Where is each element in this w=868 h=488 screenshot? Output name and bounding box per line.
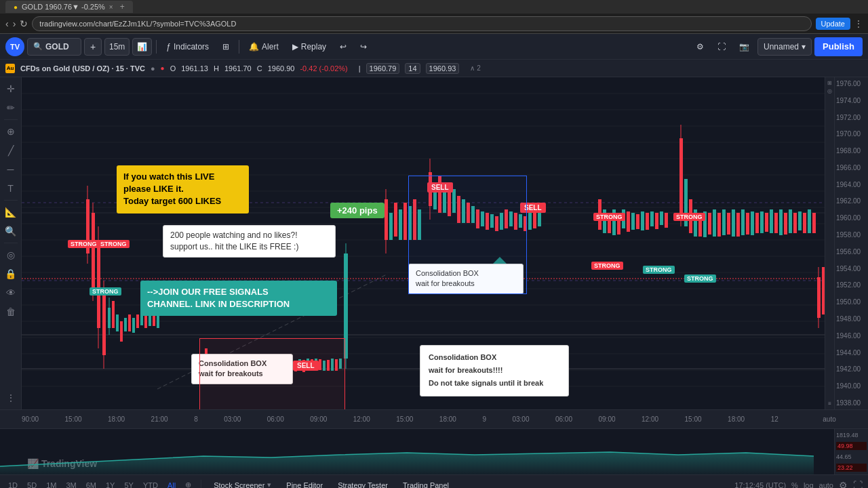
percent-btn[interactable]: % (791, 481, 798, 489)
tf-1y[interactable]: 1Y (103, 480, 117, 489)
strong-signal-9: STRONG (684, 274, 716, 283)
measure-tool[interactable]: 📐 (2, 203, 20, 221)
fullscreen-chart-btn[interactable]: ⛶ (853, 480, 863, 489)
sep (4, 119, 18, 120)
left-toolbar: ✛ ✏ ⊕ ╱ ─ T 📐 🔍 ◎ 🔒 👁 🗑 ⋮ (0, 77, 22, 409)
line-tool[interactable]: ╱ (2, 142, 20, 159)
navigator-svg (0, 429, 868, 474)
mini-btn-3[interactable]: ≡ (828, 401, 831, 407)
tf-1d[interactable]: 1D (5, 480, 20, 489)
svg-rect-37 (120, 321, 123, 342)
ohlc-close-val: 1960.90 (268, 64, 295, 73)
address-input[interactable] (32, 16, 811, 31)
expand-tool[interactable]: ⋮ (2, 389, 20, 407)
back-btn[interactable]: ‹ (5, 18, 9, 29)
svg-rect-86 (394, 203, 397, 237)
trading-panel-btn[interactable]: Trading Panel (397, 480, 454, 489)
ohlc-high-val: 1961.70 (224, 64, 252, 73)
update-btn[interactable]: Update (816, 18, 850, 30)
svg-rect-161 (812, 213, 816, 233)
strong-signal-5: STRONG (593, 213, 625, 221)
pencil-tool[interactable]: ✏ (2, 99, 20, 117)
strategy-tester-btn[interactable]: Strategy Tester (332, 480, 393, 489)
auto-btn[interactable]: auto (819, 481, 833, 489)
add-symbol-btn[interactable]: + (84, 38, 102, 56)
text-tool[interactable]: T (2, 180, 20, 197)
fullscreen-btn[interactable]: ⛶ (712, 38, 731, 56)
symbol-full-name: CFDs on Gold (USD / OZ) · 15 · TVC (20, 64, 145, 73)
tf-all[interactable]: All (165, 480, 178, 489)
alert-btn[interactable]: 🔔 Alert (243, 38, 284, 56)
svg-rect-35 (112, 301, 115, 328)
hline-tool[interactable]: ─ (2, 161, 20, 178)
replay-btn[interactable]: ▶ Replay (287, 38, 332, 56)
tf-1m[interactable]: 1M (43, 480, 59, 489)
magnet-tool[interactable]: ◎ (2, 246, 20, 264)
unnamed-btn[interactable]: Unnamed ▾ (757, 38, 812, 56)
strong-signal-3: STRONG (90, 287, 121, 296)
svg-rect-145 (736, 213, 740, 237)
settings-btn[interactable]: ⚙ (839, 480, 848, 489)
nav-price-labels: 1819.48 49.98 44.65 23.22 (834, 429, 868, 474)
crosshair-tool[interactable]: ⊕ (2, 123, 20, 140)
publish-btn[interactable]: Publish (814, 37, 863, 56)
interval-btn[interactable]: 15m (104, 38, 130, 56)
tf-3m[interactable]: 3M (63, 480, 79, 489)
tab-close-btn[interactable]: × (109, 3, 113, 11)
visibility-tool[interactable]: 👁 (2, 284, 20, 302)
tv-toolbar: TV 🔍 GOLD + 15m 📊 ƒ Indicators ⊞ 🔔 Alert… (0, 34, 868, 60)
svg-rect-154 (779, 209, 783, 235)
symbol-search[interactable]: 🔍 GOLD (27, 38, 81, 56)
svg-rect-39 (128, 314, 131, 331)
indicators-icon: ƒ (166, 42, 171, 52)
extensions-icon[interactable]: ⋮ (854, 19, 863, 28)
svg-rect-159 (803, 213, 806, 233)
svg-rect-131 (665, 213, 668, 228)
log-btn[interactable]: log (804, 481, 814, 489)
stock-screener-btn[interactable]: Stock Screener ▾ (208, 479, 277, 488)
browser-tab[interactable]: ● GOLD 1960.76▼ -0.25% × + (5, 1, 133, 13)
bottom-right: 17:12:45 (UTC) % log auto ⚙ ⛶ (734, 480, 863, 489)
strong-signal-1: STRONG (68, 240, 100, 248)
symbol-label: GOLD (45, 42, 69, 52)
trash-tool[interactable]: 🗑 (2, 303, 20, 321)
symbol-icon: Au (5, 64, 15, 73)
compare-btn[interactable]: ⊕ (182, 479, 194, 488)
lock-tool[interactable]: 🔒 (2, 265, 20, 283)
time-display: 17:12:45 (UTC) (734, 481, 786, 489)
svg-rect-87 (399, 209, 402, 240)
nav-price-3: 44.65 (836, 453, 867, 460)
redo-btn[interactable]: ↪ (355, 38, 372, 56)
svg-rect-158 (798, 211, 802, 230)
price-change: -0.42 (-0.02%) (300, 64, 347, 73)
bar-style-btn[interactable]: 📊 (132, 38, 152, 56)
mini-btn-2[interactable]: ◎ (827, 88, 832, 94)
tf-5y[interactable]: 5Y (121, 480, 136, 489)
price-axis: 1976.00 1974.00 1972.00 1970.00 1968.00 … (834, 77, 868, 409)
sep2 (4, 200, 18, 201)
hide-btn[interactable]: ∧ 2 (470, 64, 480, 72)
cursor-tool[interactable]: ✛ (2, 80, 20, 98)
browser-chrome: ● GOLD 1960.76▼ -0.25% × + (0, 0, 868, 14)
right-mini-toolbar: ⊞ ◎ ≡ (825, 77, 834, 409)
zoom-tool[interactable]: 🔍 (2, 222, 20, 240)
mini-btn-1[interactable]: ⊞ (827, 80, 832, 86)
tab-title: GOLD 1960.76▼ -0.25% (22, 3, 105, 11)
undo-btn[interactable]: ↩ (334, 38, 352, 56)
sep1 (156, 40, 157, 54)
svg-rect-43 (144, 314, 147, 328)
refresh-btn[interactable]: ↻ (20, 18, 28, 29)
forward-btn[interactable]: › (13, 18, 16, 29)
chart-canvas[interactable]: If you watch this LIVE please LIKE it. T… (22, 77, 868, 409)
consol-rect-left (199, 338, 345, 409)
svg-rect-139 (708, 213, 711, 235)
tf-ytd[interactable]: YTD (140, 480, 161, 489)
settings-icon-btn[interactable]: ⚙ (691, 38, 709, 56)
tf-5d[interactable]: 5D (24, 480, 39, 489)
templates-btn[interactable]: ⊞ (217, 38, 235, 56)
pine-editor-btn[interactable]: Pine Editor (281, 480, 328, 489)
tf-6m[interactable]: 6M (83, 480, 99, 489)
camera-btn[interactable]: 📷 (734, 38, 755, 56)
indicators-btn[interactable]: ƒ Indicators (161, 38, 214, 56)
ohlc-open-val: 1961.13 (181, 64, 208, 73)
